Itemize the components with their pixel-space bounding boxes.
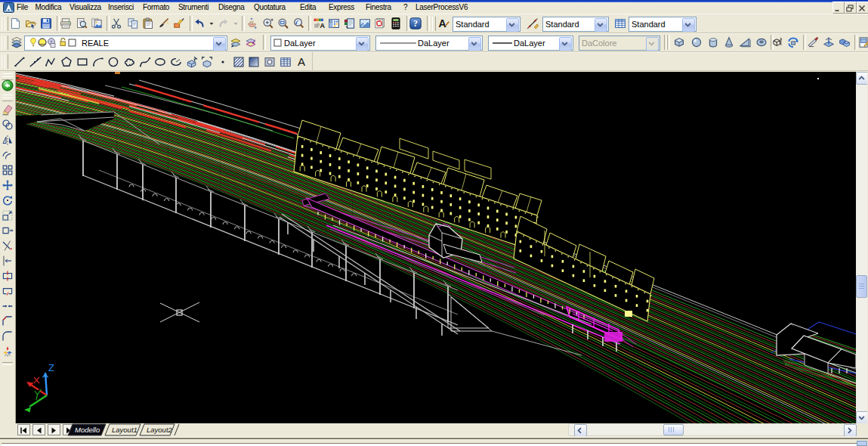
svg-text:Z: Z	[48, 362, 54, 373]
svg-text:Modello: Modello	[75, 426, 100, 434]
svg-text:A: A	[298, 56, 305, 68]
svg-text:Layout2: Layout2	[147, 426, 173, 434]
svg-text:A: A	[438, 17, 446, 29]
svg-text:Layout1: Layout1	[112, 426, 137, 434]
svg-text:A: A	[320, 22, 325, 29]
svg-text:?: ?	[413, 18, 418, 29]
